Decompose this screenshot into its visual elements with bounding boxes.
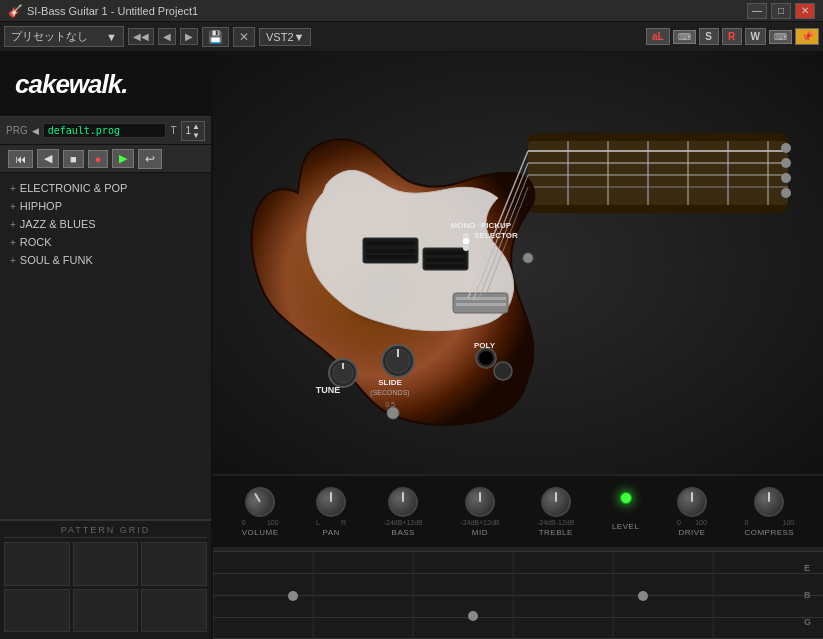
treble-label: TREBLE [539, 528, 573, 537]
transport: ⏮ ◀ ■ ● ▶ ↩ [0, 145, 211, 173]
svg-point-59 [468, 611, 478, 621]
bass-range: -24dB +12dB [384, 519, 423, 526]
category-item-hiphop[interactable]: + HIPHOP [4, 197, 207, 215]
category-item-jazz[interactable]: + JAZZ & BLUES [4, 215, 207, 233]
cat-plus-soul: + [10, 255, 16, 266]
maximize-button[interactable]: □ [771, 3, 791, 19]
al-button[interactable]: aL [646, 28, 670, 45]
category-item-rock[interactable]: + ROCK [4, 233, 207, 251]
prg-num[interactable]: 1 ▲ ▼ [181, 121, 205, 141]
nav-prev[interactable]: ◀ [158, 28, 176, 45]
roll-grid-area[interactable] [213, 551, 823, 639]
svg-rect-25 [426, 258, 465, 262]
pattern-cell-4[interactable] [4, 589, 70, 633]
category-list: + ELECTRONIC & POP + HIPHOP + JAZZ & BLU… [0, 173, 211, 519]
svg-rect-21 [366, 249, 415, 253]
svg-rect-17 [456, 297, 506, 300]
svg-point-12 [781, 143, 791, 153]
back-button[interactable]: ◀ [37, 149, 59, 168]
mid-range: -24dB +12dB [460, 519, 499, 526]
mid-group: -24dB +12dB MID [460, 487, 499, 537]
compress-group: 0 100 COMPRESS [744, 487, 794, 537]
rewind-button[interactable]: ⏮ [8, 150, 33, 168]
svg-point-32 [523, 253, 533, 263]
prg-t: T [170, 125, 176, 136]
play-button[interactable]: ▶ [112, 149, 134, 168]
loop-button[interactable]: ↩ [138, 149, 162, 169]
nav-prev-prev[interactable]: ◀◀ [128, 28, 154, 45]
volume-label: VOLUME [242, 528, 279, 537]
category-item-electronic[interactable]: + ELECTRONIC & POP [4, 179, 207, 197]
svg-rect-24 [426, 251, 465, 255]
right-panel: TUNE SLIDE (SECONDS) 0 5 MONO PICKUP SEL… [213, 52, 823, 639]
left-panel: cakewalk. PRG ◀ default.prog T 1 ▲ ▼ ⏮ ◀… [0, 52, 213, 639]
svg-rect-26 [426, 264, 465, 268]
stop-button[interactable]: ■ [63, 150, 84, 168]
preset-selector[interactable]: プリセットなし ▼ [4, 26, 124, 47]
pin-button[interactable]: 📌 [795, 28, 819, 45]
svg-rect-22 [366, 255, 415, 259]
vst-label[interactable]: VST2▼ [259, 28, 311, 46]
level-led[interactable] [620, 492, 632, 504]
volume-group: 0 100 VOLUME [242, 487, 279, 537]
kbd-button[interactable]: ⌨ [673, 30, 696, 44]
pattern-grid-title: PATTERN GRID [4, 525, 207, 538]
svg-text:TUNE: TUNE [316, 385, 341, 395]
pattern-cell-1[interactable] [4, 542, 70, 586]
compress-knob[interactable] [754, 487, 784, 517]
record-button[interactable]: ● [88, 150, 109, 168]
svg-point-43 [462, 237, 470, 245]
roll-side-labels: E B G [804, 551, 818, 639]
pattern-cell-3[interactable] [141, 542, 207, 586]
level-label: LEVEL [612, 522, 639, 531]
pattern-cell-5[interactable] [73, 589, 139, 633]
bass-group: -24dB +12dB BASS [384, 487, 423, 537]
w-button[interactable]: W [745, 28, 766, 45]
pattern-cells [4, 542, 207, 632]
treble-range: -24dB -12dB [537, 519, 574, 526]
guitar-area: TUNE SLIDE (SECONDS) 0 5 MONO PICKUP SEL… [213, 52, 823, 474]
guitar-background: TUNE SLIDE (SECONDS) 0 5 MONO PICKUP SEL… [213, 52, 823, 474]
compress-label: COMPRESS [744, 528, 794, 537]
drive-knob[interactable] [677, 487, 707, 517]
pattern-cell-2[interactable] [73, 542, 139, 586]
nav-next[interactable]: ▶ [180, 28, 198, 45]
s-button[interactable]: S [699, 28, 719, 45]
svg-point-15 [781, 188, 791, 198]
prg-label: PRG [6, 125, 28, 136]
pan-knob[interactable] [316, 487, 346, 517]
kbd2-button[interactable]: ⌨ [769, 30, 792, 44]
bass-label: BASS [392, 528, 415, 537]
drive-range: 0 100 [677, 519, 707, 526]
title-bar: 🎸 SI-Bass Guitar 1 - Untitled Project1 —… [0, 0, 823, 22]
volume-knob[interactable] [240, 481, 281, 522]
category-item-soul[interactable]: + SOUL & FUNK [4, 251, 207, 269]
prg-down[interactable]: ▼ [192, 131, 200, 140]
prg-up[interactable]: ▲ [192, 122, 200, 131]
svg-text:MONO: MONO [451, 221, 476, 230]
cat-plus-electronic: + [10, 183, 16, 194]
treble-group: -24dB -12dB TREBLE [537, 487, 574, 537]
r-button[interactable]: R [722, 28, 742, 45]
svg-point-58 [288, 591, 298, 601]
volume-range: 0 100 [242, 519, 279, 526]
cat-plus-jazz: + [10, 219, 16, 230]
svg-point-13 [781, 158, 791, 168]
roll-label-e: E [804, 563, 818, 573]
pattern-grid: PATTERN GRID [0, 519, 211, 639]
minimize-button[interactable]: — [747, 3, 767, 19]
bass-knob[interactable] [388, 487, 418, 517]
save-icon[interactable]: 💾 [202, 27, 229, 47]
toolbar: プリセットなし ▼ ◀◀ ◀ ▶ 💾 ✕ VST2▼ aL ⌨ S R W ⌨ … [0, 22, 823, 52]
mid-label: MID [472, 528, 488, 537]
pan-group: L R PAN [316, 487, 346, 537]
mid-knob[interactable] [465, 487, 495, 517]
prg-name: default.prog [43, 123, 167, 138]
treble-knob[interactable] [541, 487, 571, 517]
drive-group: 0 100 DRIVE [677, 487, 707, 537]
close-icon[interactable]: ✕ [233, 27, 255, 47]
prg-arrow-left[interactable]: ◀ [32, 126, 39, 136]
pan-range: L R [316, 519, 346, 526]
pattern-cell-6[interactable] [141, 589, 207, 633]
close-button[interactable]: ✕ [795, 3, 815, 19]
